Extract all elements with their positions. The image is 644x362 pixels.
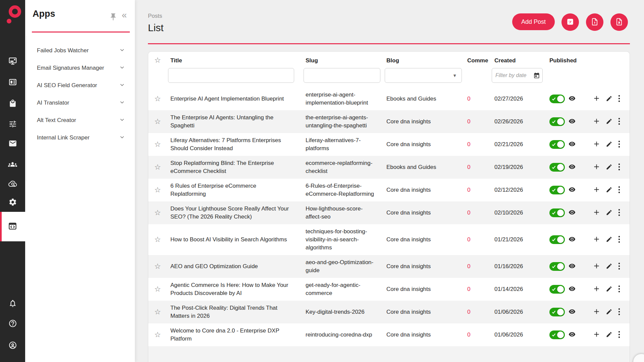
edit-button[interactable] (606, 209, 612, 217)
preview-eye-icon[interactable] (569, 186, 576, 194)
favorite-star-icon[interactable]: ☆ (154, 140, 161, 148)
add-child-button[interactable] (593, 285, 600, 293)
post-title[interactable]: Stop Replatforming Blind: The Enterprise… (163, 159, 301, 175)
row-menu-button[interactable] (618, 262, 620, 271)
row-menu-button[interactable] (618, 186, 620, 194)
preview-eye-icon[interactable] (569, 285, 576, 294)
preview-eye-icon[interactable] (569, 140, 576, 149)
add-child-button[interactable] (593, 95, 600, 103)
row-menu-button[interactable] (618, 331, 620, 339)
edit-button[interactable] (606, 186, 612, 194)
export-pdf-button[interactable] (561, 13, 579, 31)
add-child-button[interactable] (593, 209, 600, 217)
pin-icon[interactable] (109, 13, 117, 22)
add-child-button[interactable] (593, 140, 600, 148)
sidebar-item-cloud-search[interactable] (0, 175, 25, 192)
edit-button[interactable] (606, 263, 612, 270)
sidebar-item-notifications[interactable] (0, 295, 25, 312)
add-child-button[interactable] (593, 163, 600, 171)
edit-button[interactable] (606, 141, 612, 148)
apps-menu-item[interactable]: Alt Text Creator (25, 112, 135, 129)
favorite-star-icon[interactable]: ☆ (154, 117, 161, 126)
add-child-button[interactable] (593, 308, 600, 316)
published-toggle[interactable] (549, 262, 565, 271)
collapse-panel-icon[interactable]: « (122, 10, 126, 20)
published-toggle[interactable] (549, 117, 565, 126)
post-title[interactable]: Liferay Alternatives: 7 Platforms Enterp… (163, 136, 301, 153)
preview-eye-icon[interactable] (569, 236, 576, 244)
edit-button[interactable] (606, 308, 612, 316)
add-child-button[interactable] (593, 331, 600, 339)
apps-menu-item[interactable]: AI SEO Field Generator (25, 77, 135, 94)
blog-filter-select[interactable]: ▼ (385, 68, 462, 83)
apps-menu-item[interactable]: Failed Jobs Watcher (25, 42, 135, 59)
row-menu-button[interactable] (618, 118, 620, 126)
apps-menu-item[interactable]: Email Signatures Manager (25, 59, 135, 77)
edit-button[interactable] (606, 236, 612, 244)
favorite-star-icon[interactable]: ☆ (154, 308, 161, 316)
row-menu-button[interactable] (618, 308, 620, 316)
post-title[interactable]: 6 Rules of Enterprise eCommerce Replatfo… (163, 182, 301, 198)
preview-eye-icon[interactable] (569, 262, 576, 271)
preview-eye-icon[interactable] (569, 308, 576, 316)
post-title[interactable]: AEO and GEO Optimization Guide (163, 262, 301, 270)
row-menu-button[interactable] (618, 163, 620, 172)
favorite-star-icon[interactable]: ☆ (154, 186, 161, 194)
post-title[interactable]: Does Your Lighthouse Score Really Affect… (163, 205, 301, 221)
sidebar-item-users[interactable] (0, 156, 25, 173)
favorite-star-icon[interactable]: ☆ (154, 235, 161, 244)
preview-eye-icon[interactable] (569, 118, 576, 126)
apps-menu-item[interactable]: AI Translator (25, 94, 135, 112)
edit-button[interactable] (606, 118, 612, 126)
post-title[interactable]: Agentic Commerce Is Here: How to Make Yo… (163, 281, 301, 297)
favorite-star-icon[interactable]: ☆ (154, 208, 161, 217)
export-excel-button[interactable] (610, 13, 628, 31)
edit-button[interactable] (606, 331, 612, 339)
apps-menu-item[interactable]: Internal Link Scraper (25, 129, 135, 146)
post-title[interactable]: The Enterprise AI Agents: Untangling the… (163, 114, 301, 130)
published-toggle[interactable] (549, 235, 565, 244)
post-title[interactable]: Welcome to Core dna 2.0 - Enterprise DXP… (163, 327, 301, 343)
row-menu-button[interactable] (618, 95, 620, 103)
sidebar-item-mail[interactable] (0, 135, 25, 152)
favorite-star-icon[interactable]: ☆ (154, 285, 161, 293)
add-post-button[interactable]: Add Post (512, 13, 555, 30)
sidebar-item-content[interactable] (0, 73, 25, 91)
row-menu-button[interactable] (618, 285, 620, 294)
favorite-star-icon[interactable]: ☆ (154, 330, 161, 339)
sidebar-item-account[interactable] (0, 337, 25, 354)
post-title[interactable]: The Post-Click Reality: Digital Trends T… (163, 304, 301, 320)
edit-button[interactable] (606, 164, 612, 171)
post-title[interactable]: Enterprise AI Agent Implementation Bluep… (163, 95, 301, 103)
published-toggle[interactable] (549, 308, 565, 316)
favorite-star-icon[interactable]: ☆ (154, 262, 161, 270)
preview-eye-icon[interactable] (569, 163, 576, 172)
row-menu-button[interactable] (618, 140, 620, 149)
slug-filter-input[interactable] (304, 68, 380, 83)
add-child-button[interactable] (593, 262, 600, 270)
published-toggle[interactable] (549, 186, 565, 194)
row-menu-button[interactable] (618, 209, 620, 217)
edit-button[interactable] (606, 95, 612, 103)
favorite-star-icon[interactable]: ☆ (154, 95, 161, 103)
add-child-button[interactable] (593, 236, 600, 244)
sidebar-item-help[interactable] (0, 315, 25, 332)
sidebar-item-commerce[interactable] (0, 95, 25, 112)
edit-button[interactable] (606, 286, 612, 293)
published-toggle[interactable] (549, 208, 565, 217)
export-csv-button[interactable] (586, 13, 603, 31)
add-child-button[interactable] (593, 186, 600, 194)
published-toggle[interactable] (549, 95, 565, 103)
preview-eye-icon[interactable] (569, 95, 576, 103)
floating-corner-widget[interactable] (633, 354, 644, 362)
published-toggle[interactable] (549, 140, 565, 149)
preview-eye-icon[interactable] (569, 209, 576, 217)
published-toggle[interactable] (549, 330, 565, 339)
sidebar-item-dashboard[interactable] (0, 52, 25, 70)
post-title[interactable]: How to Boost AI Visibility in Search Alg… (163, 236, 301, 244)
add-child-button[interactable] (593, 118, 600, 126)
published-toggle[interactable] (549, 285, 565, 294)
sidebar-item-settings-tune[interactable] (0, 115, 25, 133)
favorite-star-icon[interactable]: ☆ (154, 163, 161, 171)
row-menu-button[interactable] (618, 236, 620, 244)
